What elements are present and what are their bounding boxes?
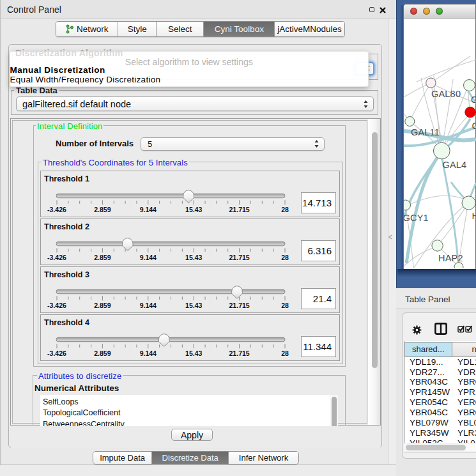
svg-text:9.144: 9.144 xyxy=(140,205,157,213)
svg-text:28: 28 xyxy=(281,349,289,357)
svg-text:GCY1: GCY1 xyxy=(404,213,429,223)
svg-text:21.715: 21.715 xyxy=(229,254,250,261)
svg-text:-3.426: -3.426 xyxy=(47,254,66,261)
svg-text:2.859: 2.859 xyxy=(94,205,111,213)
svg-text:HAP2: HAP2 xyxy=(438,253,463,263)
svg-text:2.859: 2.859 xyxy=(94,301,111,309)
svg-text:GAL4: GAL4 xyxy=(443,160,467,170)
svg-text:2.859: 2.859 xyxy=(94,349,111,357)
svg-text:21.715: 21.715 xyxy=(229,301,250,309)
svg-text:-3.426: -3.426 xyxy=(47,205,66,213)
svg-text:21.715: 21.715 xyxy=(229,205,250,213)
svg-text:-3.426: -3.426 xyxy=(47,349,66,357)
svg-text:9.144: 9.144 xyxy=(140,349,157,357)
svg-text:CD: CD xyxy=(472,121,476,131)
svg-text:GA: GA xyxy=(471,95,476,105)
svg-text:21.715: 21.715 xyxy=(229,349,250,357)
svg-text:-3.426: -3.426 xyxy=(47,301,66,309)
svg-text:GAL80: GAL80 xyxy=(431,89,461,99)
svg-text:28: 28 xyxy=(281,205,289,213)
svg-text:9.144: 9.144 xyxy=(140,301,157,309)
svg-text:15.43: 15.43 xyxy=(185,349,202,357)
svg-text:HA: HA xyxy=(472,211,476,221)
svg-text:15.43: 15.43 xyxy=(185,254,202,261)
svg-text:15.43: 15.43 xyxy=(185,301,202,309)
svg-text:2.859: 2.859 xyxy=(94,254,111,261)
svg-text:GAL11: GAL11 xyxy=(411,127,440,137)
svg-text:28: 28 xyxy=(281,301,289,309)
svg-text:9.144: 9.144 xyxy=(140,254,157,261)
svg-text:15.43: 15.43 xyxy=(185,205,202,213)
svg-text:28: 28 xyxy=(281,254,289,261)
